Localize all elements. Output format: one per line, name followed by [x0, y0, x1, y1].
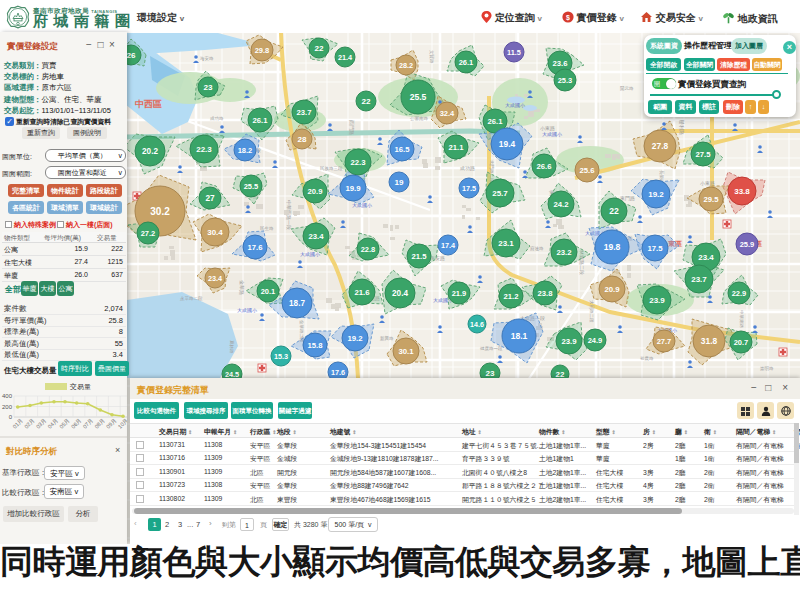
- svg-text:$: $: [566, 14, 570, 22]
- svg-text:18.1: 18.1: [511, 331, 528, 341]
- svg-text:大成國小: 大成國小: [237, 307, 257, 313]
- svg-text:新興路: 新興路: [380, 335, 394, 341]
- svg-text:27.5: 27.5: [696, 150, 712, 159]
- svg-text:29.8: 29.8: [255, 46, 270, 55]
- svg-text:民族路三段: 民族路三段: [320, 166, 343, 171]
- svg-text:崇明路: 崇明路: [760, 366, 774, 371]
- svg-text:25.6: 25.6: [580, 166, 595, 175]
- svg-text:成功路: 成功路: [210, 116, 224, 121]
- svg-text:33.8: 33.8: [734, 187, 750, 196]
- svg-text:19: 19: [394, 178, 404, 187]
- svg-text:0: 0: [9, 414, 13, 420]
- svg-text:18.2: 18.2: [238, 146, 253, 155]
- svg-text:24.9: 24.9: [588, 336, 603, 345]
- svg-text:23: 23: [485, 369, 495, 378]
- svg-text:開元路: 開元路: [620, 85, 634, 92]
- svg-text:02月: 02月: [23, 417, 36, 430]
- svg-text:19.9: 19.9: [345, 184, 361, 193]
- svg-text:永華路二段: 永華路二段: [180, 296, 203, 301]
- svg-text:03月: 03月: [35, 417, 48, 430]
- svg-text:27.8: 27.8: [652, 141, 669, 151]
- svg-text:交易量: 交易量: [69, 383, 91, 391]
- svg-text:23.4: 23.4: [208, 274, 223, 283]
- svg-text:22: 22: [314, 44, 324, 53]
- svg-text:04月: 04月: [47, 417, 60, 430]
- svg-text:25.3: 25.3: [558, 76, 573, 85]
- svg-text:05月: 05月: [58, 417, 71, 430]
- svg-text:25.9: 25.9: [740, 240, 755, 249]
- svg-text:23.7: 23.7: [297, 108, 312, 117]
- svg-text:10月: 10月: [117, 417, 127, 430]
- svg-text:28: 28: [297, 135, 307, 144]
- svg-text:20.7: 20.7: [734, 338, 749, 347]
- svg-text:14.6: 14.6: [470, 321, 484, 329]
- svg-text:夏林路: 夏林路: [229, 340, 234, 354]
- svg-text:200: 200: [2, 404, 13, 410]
- svg-text:23.4: 23.4: [698, 253, 714, 262]
- svg-text:19.8: 19.8: [604, 242, 621, 252]
- svg-text:裕農路: 裕農路: [640, 356, 654, 361]
- svg-text:大成國小: 大成國小: [542, 131, 562, 137]
- svg-text:11.5: 11.5: [507, 48, 521, 57]
- svg-text:健康路一段: 健康路一段: [480, 346, 503, 351]
- svg-text:31.8: 31.8: [701, 336, 718, 346]
- svg-text:28.2: 28.2: [399, 61, 413, 70]
- svg-text:09月: 09月: [105, 417, 118, 430]
- svg-text:21.4: 21.4: [338, 53, 353, 62]
- svg-text:22.3: 22.3: [196, 145, 212, 154]
- svg-text:23.4: 23.4: [308, 232, 324, 241]
- svg-text:25.5: 25.5: [410, 92, 427, 102]
- svg-text:勝利路: 勝利路: [678, 120, 685, 135]
- svg-text:23.7: 23.7: [691, 275, 707, 284]
- svg-text:23.2: 23.2: [556, 248, 572, 257]
- svg-text:19.4: 19.4: [499, 139, 516, 149]
- svg-text:22: 22: [361, 97, 371, 106]
- svg-text:26.1: 26.1: [253, 116, 269, 125]
- svg-text:22: 22: [609, 206, 619, 216]
- svg-text:25.5: 25.5: [244, 182, 259, 191]
- svg-text:22.3: 22.3: [350, 158, 366, 167]
- svg-text:27.2: 27.2: [141, 229, 156, 238]
- svg-text:17.5: 17.5: [462, 184, 476, 193]
- svg-text:大成國小: 大成國小: [505, 102, 525, 108]
- svg-text:19.2: 19.2: [347, 334, 363, 343]
- svg-text:20.2: 20.2: [142, 147, 158, 156]
- svg-text:金華路: 金華路: [239, 280, 245, 295]
- svg-text:文賢路: 文賢路: [429, 50, 434, 64]
- svg-text:23: 23: [203, 83, 213, 92]
- svg-text:21.1: 21.1: [449, 143, 465, 152]
- svg-text:25.7: 25.7: [492, 189, 508, 198]
- svg-text:19.2: 19.2: [648, 190, 664, 199]
- svg-text:中西區: 中西區: [135, 99, 162, 109]
- svg-text:21.5: 21.5: [412, 252, 428, 261]
- svg-text:成功路: 成功路: [459, 165, 475, 171]
- svg-text:23.9: 23.9: [649, 296, 665, 305]
- svg-text:15.3: 15.3: [274, 352, 288, 361]
- svg-text:27.7: 27.7: [657, 337, 672, 346]
- svg-text:民生路: 民生路: [260, 226, 274, 231]
- svg-text:府連路: 府連路: [530, 246, 544, 251]
- svg-text:08月: 08月: [93, 417, 106, 430]
- svg-text:18.7: 18.7: [289, 299, 305, 308]
- svg-text:26.1: 26.1: [488, 117, 504, 126]
- svg-text:東門路: 東門路: [620, 195, 635, 201]
- svg-text:29.5: 29.5: [704, 195, 720, 204]
- svg-text:06月: 06月: [70, 417, 83, 430]
- svg-text:20.9: 20.9: [308, 187, 323, 196]
- svg-text:15.8: 15.8: [308, 341, 324, 350]
- svg-text:16.5: 16.5: [395, 145, 411, 154]
- svg-text:21.6: 21.6: [354, 288, 370, 297]
- svg-text:26.1: 26.1: [459, 58, 474, 67]
- svg-text:公園南路: 公園南路: [410, 116, 429, 121]
- svg-text:23.8: 23.8: [538, 289, 554, 298]
- svg-text:30.2: 30.2: [150, 206, 170, 217]
- svg-text:01月: 01月: [11, 417, 24, 430]
- svg-text:大成國小: 大成國小: [352, 202, 372, 208]
- svg-text:30.4: 30.4: [207, 228, 223, 237]
- svg-text:23.1: 23.1: [498, 239, 514, 248]
- svg-text:20.9: 20.9: [604, 285, 620, 294]
- svg-text:27: 27: [205, 193, 215, 203]
- svg-text:22.9: 22.9: [732, 289, 747, 298]
- svg-text:20.1: 20.1: [261, 287, 276, 296]
- svg-text:17.6: 17.6: [331, 368, 345, 377]
